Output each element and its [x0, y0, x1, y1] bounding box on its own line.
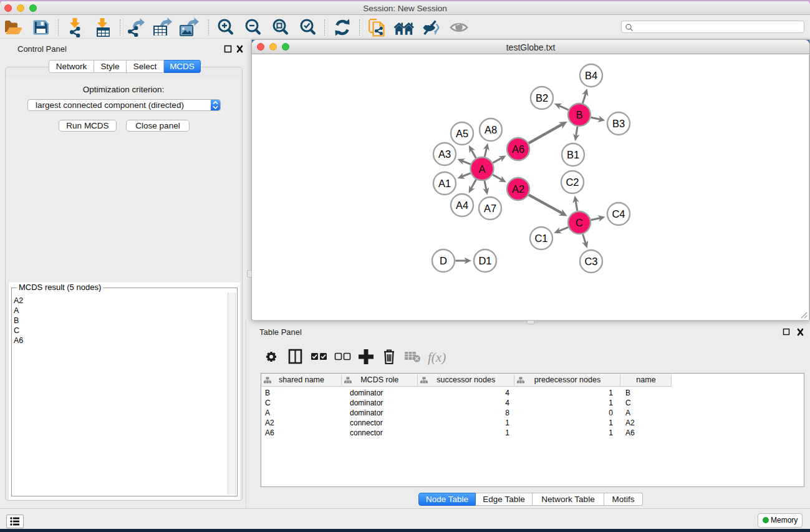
svg-text:B1: B1 — [567, 149, 579, 160]
svg-text:C3: C3 — [584, 256, 597, 267]
svg-text:A7: A7 — [484, 203, 496, 214]
svg-text:C1: C1 — [534, 233, 547, 244]
svg-text:A2: A2 — [512, 183, 524, 195]
svg-text:C4: C4 — [612, 208, 625, 220]
svg-text:A8: A8 — [485, 124, 497, 135]
svg-text:C2: C2 — [566, 177, 579, 188]
svg-text:B3: B3 — [612, 118, 625, 129]
svg-text:A4: A4 — [456, 200, 468, 211]
svg-text:C: C — [576, 217, 583, 228]
svg-text:B4: B4 — [585, 70, 597, 81]
svg-text:A6: A6 — [512, 143, 524, 155]
svg-text:B: B — [576, 109, 582, 120]
svg-text:A3: A3 — [438, 148, 451, 160]
svg-text:B2: B2 — [536, 92, 548, 104]
svg-text:A1: A1 — [438, 178, 451, 189]
svg-text:D1: D1 — [478, 255, 491, 266]
svg-text:A5: A5 — [456, 128, 468, 139]
svg-text:D: D — [440, 255, 447, 266]
svg-text:A: A — [478, 163, 485, 175]
